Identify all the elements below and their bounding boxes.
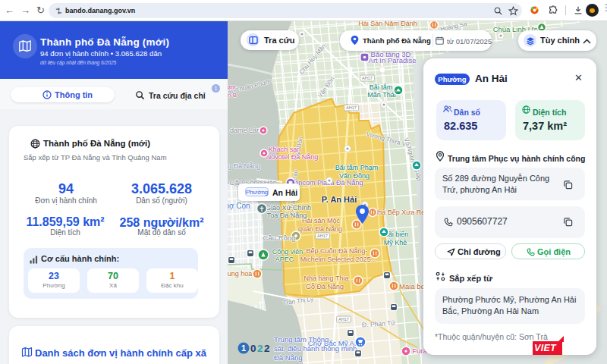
- svg-text:2: 2: [257, 343, 263, 354]
- svg-text:2: 2: [264, 343, 270, 354]
- svg-text:1: 1: [241, 344, 246, 353]
- svg-text:0: 0: [250, 343, 256, 354]
